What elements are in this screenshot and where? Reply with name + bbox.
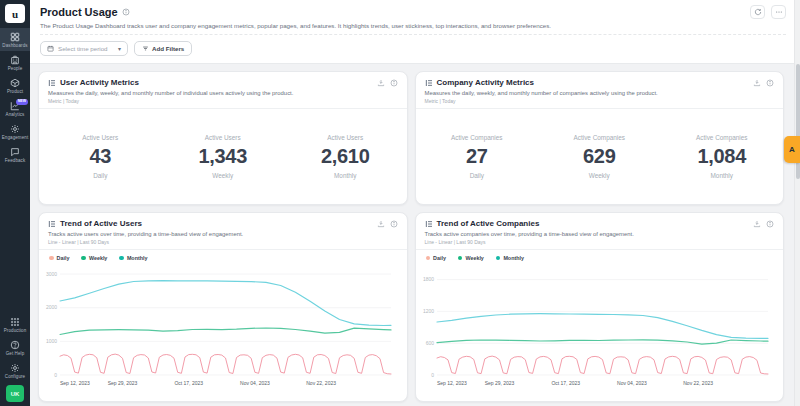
svg-text:Sep 12, 2023: Sep 12, 2023 (437, 380, 467, 386)
feedback-widget-tab[interactable]: A (784, 136, 800, 163)
app-logo[interactable]: u (5, 4, 25, 23)
legend-label: Monthly (503, 255, 524, 261)
card-description: Tracks active users over time, providing… (48, 231, 398, 237)
kpi-daily-active-users: Active Users 43 Daily (39, 134, 162, 179)
kpi-row: Active Users 43 Daily Active Users 1,343… (39, 109, 407, 204)
calendar-icon (47, 45, 54, 52)
ellipsis-icon (775, 8, 783, 16)
sidebar-item-production[interactable]: Production (0, 313, 30, 336)
sidebar-item-people[interactable]: People (0, 51, 30, 74)
more-options-button[interactable] (771, 5, 786, 19)
package-icon (10, 78, 20, 88)
sidebar-item-label: Analytics (6, 112, 25, 117)
svg-text:Oct 17, 2023: Oct 17, 2023 (551, 380, 580, 386)
metric-list-icon (425, 79, 433, 87)
legend-dot (119, 256, 124, 261)
kpi-label: Active Companies (451, 134, 503, 141)
refresh-icon (754, 8, 762, 16)
sidebar-item-feedback[interactable]: Feedback (0, 143, 30, 166)
kpi-label: Active Users (327, 134, 363, 141)
time-period-placeholder: Select time period (58, 45, 114, 52)
legend-dot (81, 256, 86, 261)
svg-text:0: 0 (431, 372, 434, 378)
kpi-monthly-active-companies: Active Companies 1,084 Monthly (661, 134, 784, 179)
info-icon[interactable] (390, 220, 398, 228)
legend-item-monthly[interactable]: Monthly (119, 255, 147, 261)
widget-logo: A (789, 145, 795, 154)
download-icon[interactable] (753, 79, 761, 87)
info-icon[interactable] (390, 79, 398, 87)
add-filters-label: Add Filters (152, 45, 184, 52)
gear-icon (10, 124, 20, 134)
svg-text:1800: 1800 (422, 276, 433, 282)
sidebar-item-engagement[interactable]: Engagement (0, 120, 30, 143)
page-description: The Product Usage Dashboard tracks user … (40, 22, 786, 35)
legend-item-weekly[interactable]: Weekly (81, 255, 107, 261)
svg-text:Sep 29, 2023: Sep 29, 2023 (484, 380, 514, 386)
sidebar-item-get-help[interactable]: Get Help (0, 336, 30, 359)
legend-dot (426, 256, 431, 261)
card-meta: Metric | Today (425, 98, 775, 104)
kpi-period: Monthly (711, 172, 733, 179)
download-icon[interactable] (377, 220, 385, 228)
page-title: Product Usage (40, 6, 118, 18)
add-filters-button[interactable]: Add Filters (134, 41, 192, 56)
card-description: Measures the daily, weekly, and monthly … (48, 90, 398, 96)
kpi-value: 43 (89, 145, 111, 168)
info-icon[interactable] (766, 79, 774, 87)
card-title: Trend of Active Companies (437, 219, 540, 228)
sidebar-item-product[interactable]: Product (0, 74, 30, 97)
legend-item-weekly[interactable]: Weekly (458, 255, 484, 261)
sidebar-item-analytics[interactable]: NEW Analytics (0, 97, 30, 120)
metric-list-icon (425, 220, 433, 228)
legend-item-monthly[interactable]: Monthly (496, 255, 524, 261)
svg-text:1200: 1200 (422, 308, 433, 314)
chart-legend: DailyWeeklyMonthly (416, 250, 784, 262)
legend-label: Monthly (127, 255, 148, 261)
refresh-button[interactable] (750, 5, 765, 19)
svg-text:0: 0 (54, 372, 57, 378)
svg-text:Nov 22, 2023: Nov 22, 2023 (306, 380, 336, 386)
svg-text:Sep 12, 2023: Sep 12, 2023 (60, 380, 90, 386)
legend-item-daily[interactable]: Daily (426, 255, 446, 261)
card-user-activity-metrics: User Activity Metrics Measures the daily… (38, 71, 408, 205)
info-icon[interactable] (122, 8, 130, 16)
legend-label: Daily (57, 255, 70, 261)
sidebar-item-label: People (8, 66, 23, 71)
sidebar-item-label: Product (7, 89, 23, 94)
dots-grid-icon (10, 317, 20, 327)
kpi-value: 1,343 (198, 145, 247, 168)
gear-icon (10, 363, 20, 373)
help-circle-icon (10, 340, 20, 350)
kpi-value: 629 (583, 145, 615, 168)
download-icon[interactable] (753, 220, 761, 228)
legend-dot (458, 256, 463, 261)
card-title: User Activity Metrics (60, 78, 139, 87)
legend-dot (49, 256, 54, 261)
kpi-period: Monthly (334, 172, 356, 179)
svg-text:Nov 04, 2023: Nov 04, 2023 (617, 380, 647, 386)
card-company-activity-metrics: Company Activity Metrics Measures the da… (415, 71, 785, 205)
kpi-period: Daily (93, 172, 107, 179)
time-period-select[interactable]: Select time period ▾ (40, 41, 128, 56)
legend-dot (496, 256, 501, 261)
kpi-label: Active Companies (696, 134, 748, 141)
kpi-label: Active Users (82, 134, 118, 141)
legend-item-daily[interactable]: Daily (49, 255, 69, 261)
scrollbar-track[interactable] (794, 0, 800, 406)
user-avatar[interactable]: UK (6, 385, 24, 402)
sidebar-item-dashboards[interactable]: Dashboards (0, 28, 30, 51)
kpi-value: 2,610 (321, 145, 370, 168)
card-meta: Line - Linear | Last 90 Days (425, 239, 775, 245)
info-icon[interactable] (766, 220, 774, 228)
trend-chart-companies: 060012001800Sep 12, 2023Sep 29, 2023Oct … (416, 262, 784, 401)
trend-chart-users: 0100020003000Sep 12, 2023Sep 29, 2023Oct… (39, 262, 407, 401)
svg-text:Oct 17, 2023: Oct 17, 2023 (174, 380, 203, 386)
svg-text:Sep 29, 2023: Sep 29, 2023 (108, 380, 138, 386)
kpi-period: Daily (470, 172, 484, 179)
download-icon[interactable] (377, 79, 385, 87)
building-icon (10, 55, 20, 65)
sidebar-item-configure[interactable]: Configure (0, 359, 30, 382)
sidebar-item-label: Dashboards (2, 43, 27, 48)
kpi-label: Active Companies (573, 134, 625, 141)
